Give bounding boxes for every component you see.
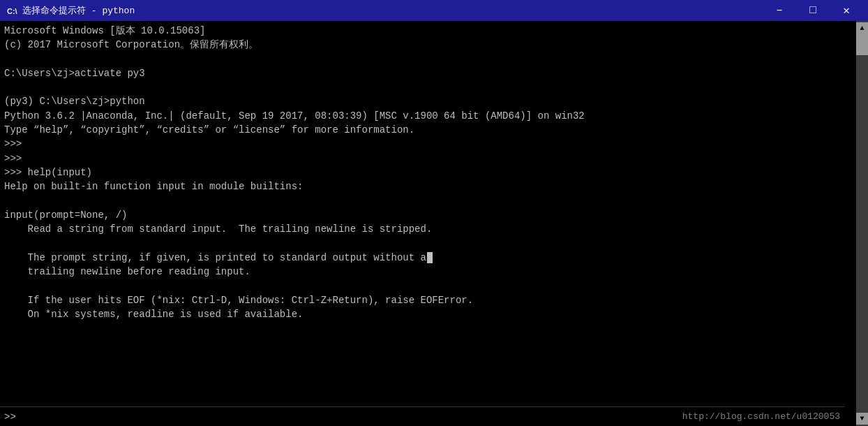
terminal-line: >>>: [4, 152, 852, 166]
terminal-line: If the user hits EOF (*nix: Ctrl-D, Wind…: [4, 293, 852, 307]
terminal-line: (c) 2017 Microsoft Corporation。保留所有权利。: [4, 38, 852, 52]
scrollbar-down-button[interactable]: ▼: [856, 413, 868, 425]
terminal-line: Help on built-in function input in modul…: [4, 179, 852, 193]
terminal-line: Microsoft Windows [版本 10.0.15063]: [4, 24, 852, 38]
terminal-line-empty: [4, 80, 852, 94]
titlebar-title: 选择命令提示符 - python: [22, 4, 135, 17]
titlebar-left: C:\ 选择命令提示符 - python: [6, 4, 135, 17]
minimize-button[interactable]: –: [763, 0, 795, 21]
terminal-line-empty: [4, 194, 852, 208]
terminal-line: input(prompt=None, /): [4, 208, 852, 222]
scrollbar-thumb[interactable]: [856, 34, 868, 55]
scrollbar-up-button[interactable]: ▲: [856, 22, 868, 34]
titlebar-controls: – □ ✕: [763, 0, 862, 21]
terminal-line: (py3) C:\Users\zj>python: [4, 94, 852, 108]
terminal-line: >>> help(input): [4, 166, 852, 179]
titlebar: C:\ 选择命令提示符 - python – □ ✕: [0, 0, 868, 21]
cmd-icon: C:\: [6, 4, 18, 17]
terminal-line-empty: [4, 279, 852, 293]
terminal-line: >>>: [4, 137, 852, 151]
url-text: http://blog.csdn.net/u0120053: [682, 411, 840, 422]
terminal-line: trailing newline before reading input.: [4, 265, 852, 279]
terminal-line: Type “help”, “copyright”, “credits” or “…: [4, 123, 852, 137]
terminal-line: On *nix systems, readline is used if ava…: [4, 307, 852, 321]
cursor: [427, 252, 433, 263]
svg-text:C:\: C:\: [7, 7, 17, 15]
terminal-line-empty: [4, 52, 852, 66]
terminal-line: Python 3.6.2 |Anaconda, Inc.| (default, …: [4, 109, 852, 123]
restore-button[interactable]: □: [797, 0, 829, 21]
terminal-content[interactable]: Microsoft Windows [版本 10.0.15063] (c) 20…: [0, 21, 856, 426]
statusbar: >> http://blog.csdn.net/u0120053: [0, 406, 844, 426]
prompt-text: >>: [4, 411, 16, 423]
scrollbar[interactable]: ▲ ▼: [856, 21, 868, 426]
terminal-line: The prompt string, if given, is printed …: [4, 251, 852, 265]
terminal-line: C:\Users\zj>activate py3: [4, 66, 852, 80]
close-button[interactable]: ✕: [830, 0, 862, 21]
terminal-line-empty: [4, 236, 852, 250]
scrollbar-track[interactable]: [856, 34, 868, 413]
terminal-line: Read a string from standard input. The t…: [4, 222, 852, 236]
terminal: Microsoft Windows [版本 10.0.15063] (c) 20…: [0, 21, 868, 426]
